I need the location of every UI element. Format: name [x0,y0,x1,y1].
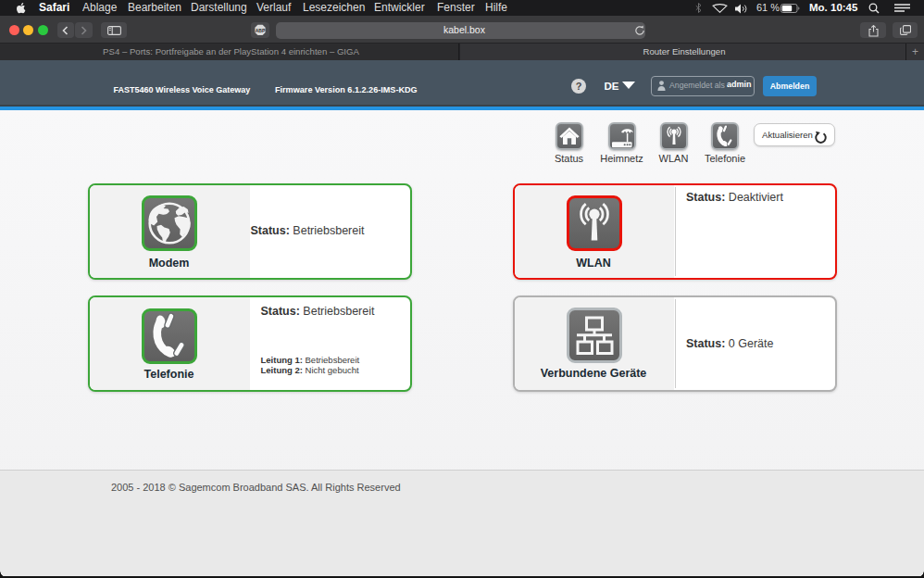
svg-text:ABP: ABP [256,28,266,33]
